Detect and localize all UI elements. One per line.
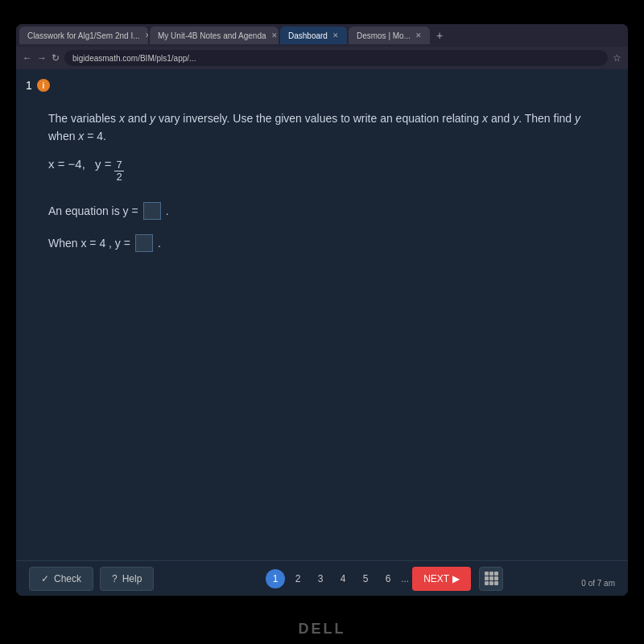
when-label: When x = 4 , y = <box>48 237 130 250</box>
address-input[interactable] <box>64 50 608 66</box>
page-dots: ... <box>401 573 409 584</box>
monitor: Classwork for Alg1/Sem 2nd I... ✕ My Uni… <box>16 24 628 596</box>
bookmark-star-icon[interactable]: ☆ <box>613 52 621 64</box>
tab-desmos-label: Desmos | Mo... <box>357 31 411 40</box>
tab-notes-label: My Unit-4B Notes and Agenda <box>158 31 266 40</box>
pagination: 1 2 3 4 5 6 ... NEXT ▶ <box>154 567 615 591</box>
fraction-numerator: 7 <box>114 159 123 171</box>
page-2[interactable]: 2 <box>288 569 308 588</box>
when-answer-row: When x = 4 , y = . <box>48 234 596 252</box>
forward-button[interactable]: → <box>37 52 47 64</box>
page-6[interactable]: 6 <box>378 569 398 588</box>
question-text: The variables x and y vary inversely. Us… <box>48 109 596 146</box>
check-button[interactable]: ✓ Check <box>29 567 93 591</box>
next-button[interactable]: NEXT ▶ <box>412 567 471 591</box>
progress-text: 0 of 7 am <box>581 579 615 588</box>
dell-logo: DELL <box>299 621 346 638</box>
grid-icon <box>485 572 498 585</box>
tab-dashboard[interactable]: Dashboard ✕ <box>280 27 347 44</box>
tab-classwork-close[interactable]: ✕ <box>145 31 148 39</box>
check-icon: ✓ <box>41 573 49 584</box>
var-x: x <box>119 112 125 125</box>
tab-notes[interactable]: My Unit-4B Notes and Agenda ✕ <box>150 27 279 44</box>
page-1[interactable]: 1 <box>266 569 285 588</box>
page-3[interactable]: 3 <box>311 569 330 588</box>
grid-view-button[interactable] <box>479 567 503 591</box>
page-5[interactable]: 5 <box>356 569 375 588</box>
tab-bar: Classwork for Alg1/Sem 2nd I... ✕ My Uni… <box>16 24 628 47</box>
help-button[interactable]: ? Help <box>100 567 154 591</box>
help-icon: ? <box>112 573 118 584</box>
tab-notes-close[interactable]: ✕ <box>271 31 278 39</box>
equation-answer-row: An equation is y = . <box>48 202 596 220</box>
help-label: Help <box>122 573 142 584</box>
fraction-denominator: 2 <box>114 171 123 183</box>
question-number-area: 1 i <box>26 79 50 92</box>
equation-period: . <box>166 204 169 217</box>
question-area: The variables x and y vary inversely. Us… <box>16 69 628 283</box>
when-answer-box[interactable] <box>135 234 153 252</box>
back-button[interactable]: ← <box>23 52 32 64</box>
when-period: . <box>158 237 161 250</box>
var-y: y <box>150 112 155 125</box>
given-values: x = −4, y = 7 2 <box>48 157 596 184</box>
given-y-label: y = <box>95 157 111 171</box>
tab-classwork-label: Classwork for Alg1/Sem 2nd I... <box>27 31 140 40</box>
given-x-label: x = −4, <box>48 157 85 171</box>
tab-classwork[interactable]: Classwork for Alg1/Sem 2nd I... ✕ <box>19 27 148 44</box>
tab-dashboard-close[interactable]: ✕ <box>332 31 339 39</box>
info-icon[interactable]: i <box>37 79 50 92</box>
bottom-toolbar: ✓ Check ? Help 1 2 3 4 5 6 ... NEXT ▶ <box>16 560 628 596</box>
next-label: NEXT <box>423 573 449 584</box>
page-4[interactable]: 4 <box>333 569 353 588</box>
tab-desmos-close[interactable]: ✕ <box>415 31 422 39</box>
reload-button[interactable]: ↻ <box>52 52 60 64</box>
toolbar-left: ✓ Check ? Help <box>29 567 154 591</box>
page-content: 1 i The variables x and y vary inversely… <box>16 69 628 596</box>
next-arrow-icon: ▶ <box>452 573 460 584</box>
new-tab-button[interactable]: + <box>431 27 448 43</box>
equation-label: An equation is y = <box>48 204 138 217</box>
browser-chrome: Classwork for Alg1/Sem 2nd I... ✕ My Uni… <box>16 24 628 69</box>
var-x3: x <box>78 130 84 142</box>
tab-dashboard-label: Dashboard <box>288 31 328 40</box>
var-y2: y <box>513 112 518 125</box>
given-fraction: 7 2 <box>114 159 123 184</box>
address-bar: ← → ↻ ☆ <box>16 47 628 69</box>
check-label: Check <box>54 573 81 584</box>
equation-answer-box[interactable] <box>143 202 161 220</box>
var-x2: x <box>482 112 488 125</box>
question-number-text: 1 <box>26 79 32 92</box>
var-y3: y <box>575 112 580 125</box>
tab-desmos[interactable]: Desmos | Mo... ✕ <box>349 27 430 44</box>
